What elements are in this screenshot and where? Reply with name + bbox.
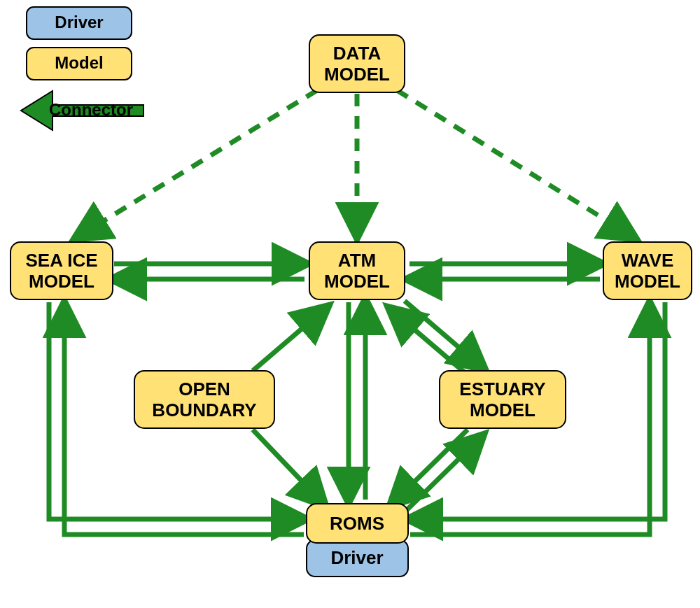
legend-connector-label: Connector	[49, 100, 133, 119]
conn-openboundary-to-atm	[253, 308, 326, 371]
legend-model-label: Model	[55, 53, 103, 72]
svg-text:BOUNDARY: BOUNDARY	[152, 400, 256, 420]
svg-text:ROMS: ROMS	[330, 513, 384, 534]
svg-text:MODEL: MODEL	[470, 400, 536, 420]
svg-text:ATM: ATM	[338, 250, 376, 271]
svg-text:SEA ICE: SEA ICE	[25, 250, 97, 271]
node-roms: ROMS	[307, 504, 408, 543]
node-wave-model: WAVE MODEL	[603, 242, 692, 299]
svg-text:OPEN: OPEN	[178, 379, 230, 400]
conn-roms-to-estuary	[406, 437, 482, 511]
svg-text:MODEL: MODEL	[615, 271, 680, 292]
svg-text:MODEL: MODEL	[29, 271, 94, 292]
legend-connector: Connector	[21, 91, 144, 130]
svg-text:DATA: DATA	[333, 43, 382, 64]
node-open-boundary: OPEN BOUNDARY	[134, 371, 274, 428]
legend-model: Model	[27, 48, 132, 80]
node-atm-model: ATM MODEL	[309, 242, 405, 299]
node-sea-ice-model: SEA ICE MODEL	[10, 242, 113, 299]
conn-data-to-wave	[397, 90, 634, 237]
svg-text:Driver: Driver	[330, 547, 383, 568]
svg-text:MODEL: MODEL	[324, 271, 390, 292]
diagram-canvas: Driver Model Connector	[0, 0, 700, 608]
legend: Driver Model Connector	[21, 7, 144, 130]
legend-driver: Driver	[27, 7, 132, 39]
svg-text:WAVE: WAVE	[622, 250, 674, 271]
legend-driver-label: Driver	[55, 13, 103, 31]
node-estuary-model: ESTUARY MODEL	[440, 371, 566, 428]
conn-openboundary-to-roms	[253, 430, 323, 504]
node-data-model: DATA MODEL	[309, 35, 405, 92]
conn-estuary-to-roms	[392, 430, 468, 504]
node-driver: Driver	[307, 540, 408, 577]
svg-text:ESTUARY: ESTUARY	[459, 379, 545, 400]
svg-text:MODEL: MODEL	[324, 64, 390, 85]
connectors-layer	[49, 90, 665, 535]
